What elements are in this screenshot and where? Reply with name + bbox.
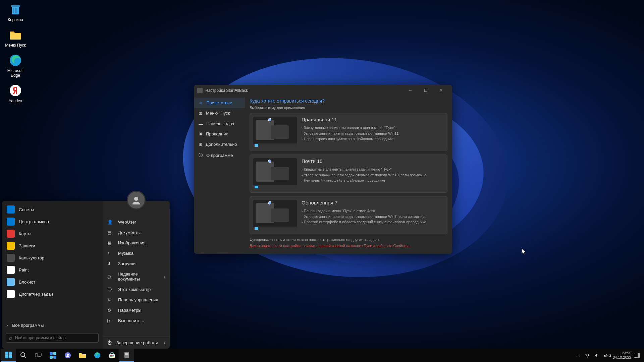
place-label: Изображения — [118, 240, 146, 245]
theme-card-0[interactable]: Правильная 11 - Закругленные элементы па… — [250, 113, 447, 151]
nav-icon: ▣ — [199, 131, 203, 136]
search-button[interactable] — [16, 349, 31, 362]
start-menu-app-5[interactable]: Paint — [2, 264, 103, 276]
footer-warning: Для возврата в эти настройки, нажмите пр… — [250, 244, 447, 248]
user-avatar[interactable] — [127, 191, 146, 209]
svg-rect-8 — [5, 352, 8, 355]
theme-preview — [253, 158, 297, 189]
theme-description: - Панель задач и меню "Пуск" в стиле Aer… — [302, 208, 444, 225]
settings-sidebar: ☺Приветствие▦Меню "Пуск"▬Панель задач▣Пр… — [194, 96, 245, 254]
teams-button[interactable] — [60, 349, 75, 362]
settings-nav-3[interactable]: ▣Проводник — [194, 129, 245, 139]
app-tile-icon — [7, 230, 15, 238]
desktop-icon-start-menu-folder[interactable]: Меню Пуск — [3, 28, 28, 48]
start-menu-app-1[interactable]: Центр отзывов — [2, 216, 103, 228]
start-menu-place-5[interactable]: ◷Недавние документы› — [103, 269, 170, 284]
shutdown-button[interactable]: ⏻ Завершение работы › — [103, 337, 170, 349]
svg-point-21 — [67, 354, 69, 356]
app-label: Диспетчер задач — [19, 292, 53, 297]
start-menu-app-2[interactable]: Карты — [2, 228, 103, 240]
task-view-button[interactable] — [31, 349, 46, 362]
app-tile-icon — [7, 205, 15, 214]
system-tray: ︿ ENG 23:56 04.10.2022 — [575, 351, 643, 360]
clock-icon: ◷ — [107, 274, 113, 279]
start-menu-app-3[interactable]: Записки — [2, 240, 103, 252]
doc-icon: ▤ — [107, 230, 113, 235]
volume-icon[interactable] — [594, 353, 601, 358]
content-heading: Куда хотите отправиться сегодня? — [250, 98, 447, 104]
startallback-button[interactable] — [119, 349, 134, 362]
start-menu-app-7[interactable]: Диспетчер задач — [2, 288, 103, 300]
language-indicator[interactable]: ENG — [603, 353, 610, 357]
start-menu-app-0[interactable]: Советы — [2, 203, 103, 216]
settings-nav-0[interactable]: ☺Приветствие — [194, 98, 245, 108]
titlebar[interactable]: Настройки StartAllBack ─ ☐ ✕ — [194, 85, 452, 96]
svg-point-12 — [21, 353, 25, 357]
notifications-button[interactable] — [634, 353, 640, 358]
app-tile-icon — [7, 242, 15, 250]
pc-icon: 🖵 — [107, 287, 113, 292]
nav-label: Проводник — [206, 131, 228, 136]
theme-preview — [253, 200, 297, 231]
start-menu-place-1[interactable]: ▤Документы — [103, 227, 170, 238]
start-menu-place-9[interactable]: ▷Выполнить... — [103, 315, 170, 326]
clock-time: 23:56 — [613, 351, 631, 355]
maximize-button[interactable]: ☐ — [418, 85, 433, 96]
all-programs[interactable]: › Все программы — [2, 320, 103, 330]
app-label: Карты — [19, 231, 31, 236]
minimize-button[interactable]: ─ — [402, 85, 418, 96]
svg-rect-10 — [5, 355, 8, 358]
start-search-input[interactable] — [15, 336, 96, 340]
tray-chevron-icon[interactable]: ︿ — [575, 353, 582, 358]
svg-rect-9 — [9, 352, 12, 355]
theme-preview — [253, 117, 297, 147]
edge-button[interactable] — [90, 349, 105, 362]
settings-nav-5[interactable]: ⓘО программе — [194, 149, 245, 161]
theme-card-1[interactable]: Почти 10 - Квадратные элементы панели за… — [250, 155, 447, 193]
gear-icon: ⚙ — [107, 308, 113, 313]
svg-rect-31 — [125, 354, 128, 355]
start-menu-place-7[interactable]: ⛭Панель управления — [103, 295, 170, 305]
theme-card-2[interactable]: Обновленная 7 - Панель задач и меню "Пус… — [250, 196, 447, 234]
svg-rect-17 — [53, 352, 56, 355]
network-icon[interactable] — [585, 353, 591, 358]
start-menu-place-0[interactable]: 👤WebUser — [103, 217, 170, 227]
app-icon — [197, 88, 203, 93]
desktop-icon-edge[interactable]: Microsoft Edge — [3, 54, 28, 78]
start-menu-app-6[interactable]: Блокнот — [2, 276, 103, 288]
widgets-button[interactable] — [46, 349, 60, 362]
store-button[interactable] — [105, 349, 119, 362]
settings-nav-4[interactable]: ⊞Дополнительно — [194, 139, 245, 149]
desktop-icon-yandex[interactable]: Yandex — [3, 84, 28, 103]
start-menu-place-8[interactable]: ⚙Параметры — [103, 305, 170, 315]
place-label: Загрузки — [118, 261, 136, 266]
start-button[interactable] — [1, 349, 16, 362]
chevron-right-icon: › — [7, 323, 8, 328]
start-menu-place-4[interactable]: ⬇Загрузки — [103, 258, 170, 269]
app-label: Центр отзывов — [19, 219, 49, 224]
settings-nav-2[interactable]: ▬Панель задач — [194, 118, 245, 129]
svg-rect-3 — [15, 8, 16, 13]
desktop-icon-label: Microsoft Edge — [3, 68, 28, 78]
theme-description: - Квадратные элементы панели задач и мен… — [302, 167, 444, 183]
start-search[interactable]: ⌕ — [6, 333, 99, 343]
clock[interactable]: 23:56 04.10.2022 — [613, 351, 631, 360]
start-menu-place-6[interactable]: 🖵Этот компьютер — [103, 284, 170, 295]
theme-title: Почти 10 — [302, 158, 444, 164]
theme-title: Обновленная 7 — [302, 200, 444, 205]
start-menu-place-3[interactable]: ♪Музыка — [103, 248, 170, 258]
nav-icon: ☺ — [199, 100, 203, 105]
close-button[interactable]: ✕ — [433, 85, 449, 96]
user-icon: 👤 — [107, 220, 113, 225]
footer-note: Функциональность и стили можно настроить… — [250, 238, 447, 242]
settings-content: Куда хотите отправиться сегодня? Выберит… — [245, 96, 452, 254]
desktop-icon-recycle-bin[interactable]: Корзина — [3, 3, 28, 22]
svg-rect-19 — [53, 356, 56, 359]
start-menu-place-2[interactable]: ▦Изображения — [103, 238, 170, 248]
run-icon: ▷ — [107, 318, 113, 323]
start-menu-app-4[interactable]: Калькулятор — [2, 252, 103, 264]
app-label: Блокнот — [19, 280, 35, 285]
explorer-button[interactable] — [75, 349, 90, 362]
app-tile-icon — [7, 266, 15, 274]
settings-nav-1[interactable]: ▦Меню "Пуск" — [194, 108, 245, 118]
